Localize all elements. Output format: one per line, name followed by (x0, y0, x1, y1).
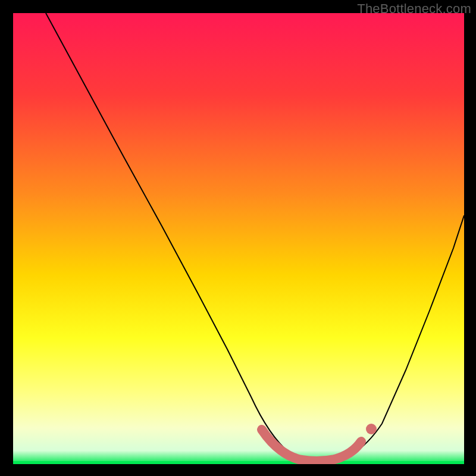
watermark-text: TheBottleneck.com (357, 1, 471, 17)
flat-bottom-highlight (262, 430, 361, 461)
chart-stage: TheBottleneck.com (0, 0, 476, 476)
curve-path (46, 13, 464, 461)
highlight-end-dot (366, 424, 377, 434)
plot-area (13, 13, 464, 464)
bottleneck-curve (13, 13, 464, 464)
